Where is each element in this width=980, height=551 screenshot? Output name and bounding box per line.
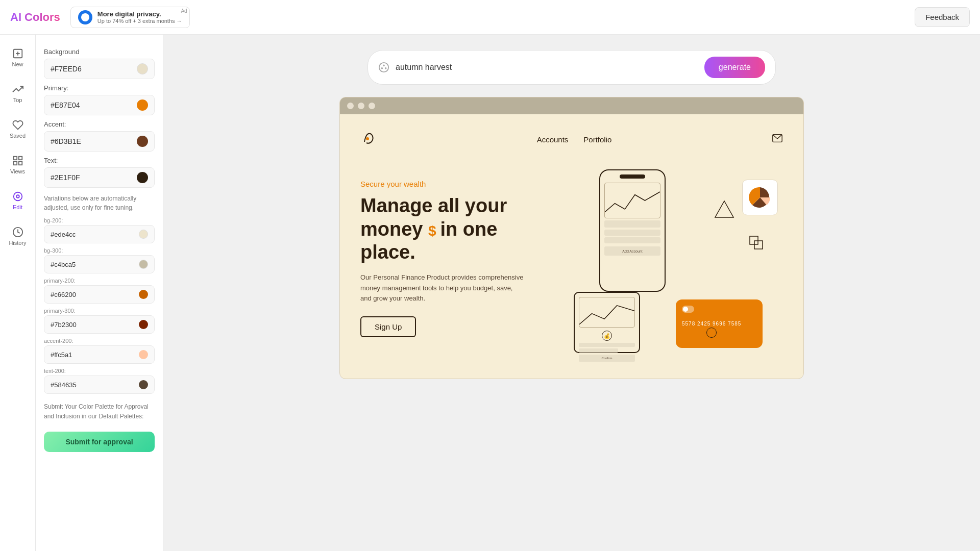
text-color-row[interactable]: #2E1F0F (44, 167, 155, 188)
svg-rect-17 (750, 236, 758, 244)
preview-window: Accounts Portfolio Secure your wealth (339, 97, 804, 379)
left-nav: New Top Saved Views Edit (0, 35, 36, 551)
preview-body: Accounts Portfolio Secure your wealth (340, 114, 803, 379)
preview-nav-links: Accounts Portfolio (537, 135, 612, 144)
svg-rect-18 (754, 241, 763, 249)
phone-add-account-btn: Add Account (604, 246, 660, 256)
text200-dot (139, 380, 148, 389)
window-dot-1 (347, 103, 354, 109)
preview-logo-icon (360, 130, 377, 149)
tablet-rows (579, 343, 635, 353)
card-toggle (682, 306, 694, 313)
preview-nav-portfolio: Portfolio (583, 135, 611, 144)
primary300-dot (139, 320, 148, 329)
hero-title-line1: Manage all your (360, 195, 507, 216)
background-hex: #F7EED6 (51, 65, 82, 73)
ad-banner[interactable]: Ad More digital privacy. Up to 74% off +… (70, 7, 190, 28)
svg-point-13 (385, 68, 386, 69)
window-dot-3 (369, 103, 375, 109)
generate-button[interactable]: generate (704, 57, 765, 78)
background-dot (137, 63, 148, 74)
background-label: Background (44, 48, 155, 56)
primary200-row[interactable]: #c66200 (44, 285, 155, 304)
sidebar-item-saved[interactable]: Saved (0, 112, 36, 146)
layout-icon (12, 155, 23, 166)
phone-notch (620, 174, 645, 179)
tablet-chart (579, 297, 635, 328)
submit-approval-button[interactable]: Submit for approval (44, 432, 155, 452)
left-panel: Background #F7EED6 Primary: #E87E04 Acce… (36, 35, 163, 551)
squares-decoration (749, 236, 768, 256)
primary-hex: #E87E04 (51, 101, 80, 109)
accent-dot (137, 136, 148, 147)
search-input[interactable] (396, 63, 698, 72)
feedback-button[interactable]: Feedback (915, 7, 970, 27)
app-title: AI Colors (10, 11, 60, 24)
svg-point-12 (381, 68, 382, 69)
primary-color-row[interactable]: #E87E04 (44, 95, 155, 115)
accent-hex: #6D3B1E (51, 137, 81, 145)
ad-logo-inner (81, 13, 89, 21)
svg-marker-16 (715, 201, 733, 217)
nav-item-label-history: History (9, 240, 26, 246)
preview-mail-icon (772, 133, 783, 146)
svg-rect-6 (13, 162, 16, 165)
text200-row[interactable]: #584635 (44, 375, 155, 394)
ad-sub-text: Up to 74% off + 3 extra months → (97, 18, 182, 24)
background-color-row[interactable]: #F7EED6 (44, 59, 155, 79)
hero-title: Manage all your money $ in one place. (360, 194, 548, 264)
accent-label: Accent: (44, 120, 155, 128)
pie-chart (742, 180, 778, 215)
ad-tag: Ad (181, 8, 187, 14)
primary300-label: primary-300: (44, 308, 155, 314)
accent-color-row[interactable]: #6D3B1E (44, 131, 155, 152)
primary200-label: primary-200: (44, 278, 155, 284)
svg-point-14 (366, 137, 369, 140)
accent200-row[interactable]: #ffc5a1 (44, 345, 155, 364)
accent200-dot (139, 350, 148, 359)
ad-text: More digital privacy. Up to 74% off + 3 … (97, 10, 182, 24)
tablet-confirm-btn: Confirm (579, 355, 635, 362)
phone-row-1 (604, 220, 660, 228)
sidebar-item-history[interactable]: History (0, 219, 36, 253)
svg-rect-5 (18, 162, 21, 165)
hero-dollar-sign: $ (428, 223, 440, 239)
heart-icon (12, 119, 23, 131)
tablet-row-2 (579, 348, 618, 353)
primary200-hex: #c66200 (51, 291, 76, 298)
sidebar-item-edit[interactable]: Edit (0, 184, 36, 217)
phone-row-2 (604, 230, 660, 236)
ad-main-text: More digital privacy. (97, 10, 182, 18)
svg-point-7 (13, 192, 22, 201)
primary-label: Primary: (44, 84, 155, 92)
sidebar-item-views[interactable]: Views (0, 148, 36, 182)
text200-hex: #584635 (51, 381, 77, 389)
phone-mockup: Add Account (599, 169, 666, 292)
phone-row-3 (604, 237, 660, 243)
window-titlebar (340, 97, 803, 114)
primary300-row[interactable]: #7b2300 (44, 315, 155, 334)
sidebar-item-top[interactable]: Top (0, 77, 36, 110)
sidebar-item-new[interactable]: New (0, 41, 36, 74)
clock-icon (12, 227, 23, 238)
preview-illustration: Add Account (569, 169, 783, 363)
hero-description: Our Personal Finance Product provides co… (360, 272, 524, 304)
tablet-piggybank-icon: 💰 (602, 331, 612, 341)
accent200-hex: #ffc5a1 (51, 351, 72, 359)
submit-section-text: Submit Your Color Palette for Approval a… (44, 402, 155, 421)
bg300-row[interactable]: #c4bca5 (44, 255, 155, 273)
hero-signup-button[interactable]: Sign Up (360, 316, 416, 337)
bg200-row[interactable]: #ede4cc (44, 225, 155, 243)
text-dot (137, 172, 148, 183)
text-label: Text: (44, 157, 155, 164)
edit-icon (12, 191, 23, 202)
nav-item-label-new: New (12, 61, 23, 67)
trending-up-icon (12, 84, 23, 95)
triangle-decoration (714, 200, 734, 220)
main-layout: New Top Saved Views Edit (0, 35, 980, 551)
text-hex: #2E1F0F (51, 173, 80, 182)
nav-item-label-top: Top (13, 97, 22, 103)
primary200-dot (139, 290, 148, 299)
hero-title-line2: money (360, 218, 423, 240)
preview-nav-accounts: Accounts (537, 135, 569, 144)
